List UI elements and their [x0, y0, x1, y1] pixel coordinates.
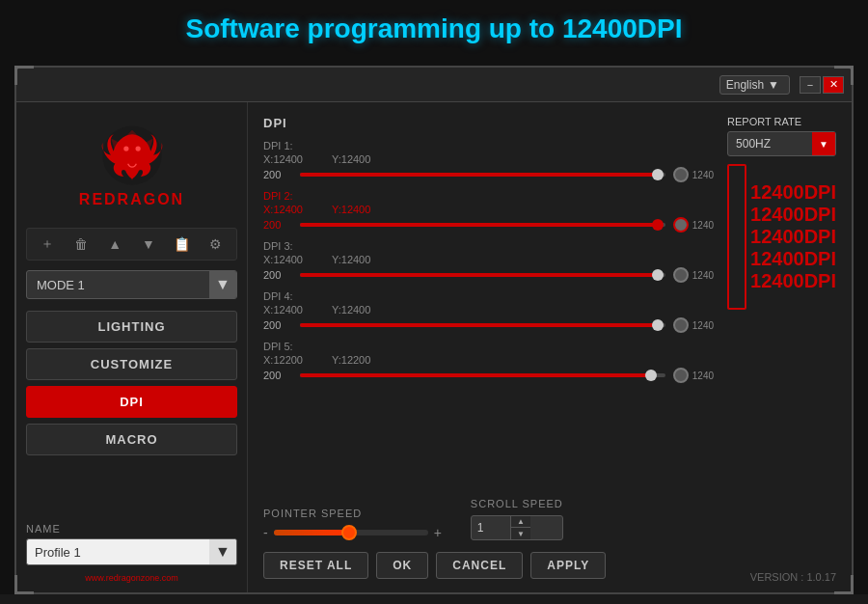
dpi-3-value: 200	[263, 269, 292, 281]
dpi-1-slider-row: 200 1240	[263, 167, 714, 182]
dpi-4-toggle-circle[interactable]	[673, 317, 689, 333]
dpi-2-slider[interactable]	[300, 223, 665, 227]
pointer-speed-slider[interactable]	[274, 530, 428, 535]
apply-button[interactable]: APPLY	[530, 552, 606, 579]
dpi-4-slider[interactable]	[300, 323, 665, 327]
dpi-3-toggle: 1240	[673, 267, 714, 283]
pointer-slider-container: - +	[263, 525, 442, 540]
scroll-speed-arrows: ▲ ▼	[510, 516, 530, 539]
dpi-highlight-box	[727, 164, 746, 310]
dpi-5-y: Y:12200	[332, 354, 370, 366]
dpi-row-3: DPI 3: X:12400 Y:12400 200	[263, 240, 714, 283]
add-profile-icon[interactable]: ＋	[36, 233, 59, 256]
dpi-5-values: X:12200 Y:12200	[263, 354, 714, 366]
dpi-2-toggle-label: 1240	[692, 220, 714, 231]
settings-profile-icon[interactable]: ⚙	[204, 233, 228, 256]
profile-selector[interactable]: Profile 1 ▼	[26, 538, 237, 565]
upload-profile-icon[interactable]: ▲	[103, 233, 126, 256]
dpi-4-value: 200	[263, 319, 292, 331]
sidebar: REDRAGON ＋ 🗑 ▲ ▼ 📋 ⚙ MODE 1 ▼	[16, 102, 248, 592]
customize-button[interactable]: CUSTOMIZE	[26, 348, 237, 380]
logo-text: REDRAGON	[79, 191, 184, 208]
dpi-2-y: Y:12400	[332, 204, 370, 215]
dpi-1-toggle: 1240	[673, 167, 714, 182]
reset-all-button[interactable]: RESET ALL	[263, 552, 368, 579]
logo-icon	[98, 122, 166, 189]
dpi-3-toggle-label: 1240	[692, 270, 714, 281]
download-profile-icon[interactable]: ▼	[137, 233, 160, 256]
dpi-3-values: X:12400 Y:12400	[263, 254, 714, 265]
dpi-row-1: DPI 1: X:12400 Y:12400 200	[263, 140, 714, 182]
dpi-3-x: X:12400	[263, 254, 303, 265]
dpi-2-value: 200	[263, 219, 292, 231]
scroll-speed-value: 1	[472, 518, 510, 537]
website-label: www.redragonzone.com	[26, 573, 237, 583]
dpi-1-x: X:12400	[263, 153, 303, 165]
delete-profile-icon[interactable]: 🗑	[69, 233, 93, 256]
ok-button[interactable]: OK	[376, 552, 428, 579]
scroll-speed-up[interactable]: ▲	[511, 516, 530, 528]
dpi-2-toggle: 1240	[673, 217, 714, 233]
dpi-3-toggle-circle[interactable]	[673, 267, 689, 283]
svg-point-1	[123, 146, 128, 151]
dpi-5-toggle-circle[interactable]	[673, 368, 689, 383]
dpi-button[interactable]: DPI	[26, 386, 237, 418]
scroll-speed-down[interactable]: ▼	[511, 528, 530, 539]
dpi-2-big-label: 12400DPI	[750, 204, 836, 226]
rate-selector[interactable]: 500HZ ▼	[727, 131, 836, 156]
dpi-row-5: DPI 5: X:12200 Y:12200 200	[263, 341, 714, 383]
dpi-2-label: DPI 2:	[263, 190, 714, 202]
dpi-4-big-label: 12400DPI	[750, 248, 836, 270]
scroll-speed-label: SCROLL SPEED	[471, 498, 563, 509]
dpi-3-big-label: 12400DPI	[750, 226, 836, 248]
dpi-highlight-container: 12400DPI 12400DPI 12400DPI 12400DPI 1240…	[718, 164, 836, 310]
report-rate-label: REPORT RATE	[727, 116, 836, 127]
main-content: REDRAGON ＋ 🗑 ▲ ▼ 📋 ⚙ MODE 1 ▼	[16, 102, 852, 592]
dpi-3-y: Y:12400	[332, 254, 370, 265]
dpi-1-slider[interactable]	[300, 173, 665, 177]
dpi-1-big-label: 12400DPI	[750, 181, 836, 204]
lighting-button[interactable]: LIGHTING	[26, 311, 237, 343]
dpi-5-big-label: 12400DPI	[750, 270, 836, 292]
cancel-button[interactable]: CANCEL	[436, 552, 523, 579]
pointer-speed-label: POINTER SPEED	[263, 508, 442, 519]
dpi-4-toggle: 1240	[673, 317, 714, 333]
copy-profile-icon[interactable]: 📋	[171, 233, 194, 256]
speed-section: POINTER SPEED - + SCROLL	[263, 498, 836, 540]
dpi-2-toggle-circle[interactable]	[673, 217, 689, 233]
dpi-4-slider-row: 200 1240	[263, 317, 714, 333]
banner-title: Software programming up to 12400DPI	[186, 14, 683, 44]
mode-selector[interactable]: MODE 1 ▼	[26, 270, 237, 299]
name-section: NAME Profile 1 ▼ www.redragonzone.com	[26, 523, 237, 583]
dpi-right-panel: REPORT RATE 500HZ ▼ 12400DPI 12400DP	[718, 116, 836, 488]
profile-icons-bar: ＋ 🗑 ▲ ▼ 📋 ⚙	[26, 228, 237, 261]
language-value: English	[726, 78, 764, 92]
dpi-3-slider[interactable]	[300, 273, 665, 277]
dpi-4-y: Y:12400	[332, 304, 370, 316]
pointer-speed-plus[interactable]: +	[434, 525, 442, 540]
rate-value: 500HZ	[728, 134, 812, 153]
dpi-1-label: DPI 1:	[263, 140, 714, 151]
logo-area: REDRAGON	[26, 112, 237, 218]
mode-dropdown-icon[interactable]: ▼	[209, 271, 236, 298]
dpi-5-x: X:12200	[263, 354, 303, 366]
app-window: English ▼ − ✕	[14, 66, 854, 594]
dpi-5-toggle-label: 1240	[692, 371, 714, 381]
rate-dropdown-icon[interactable]: ▼	[812, 132, 835, 155]
dpi-4-label: DPI 4:	[263, 290, 714, 302]
dpi-left-panel: DPI DPI 1: X:12400 Y:12400 200	[263, 116, 714, 488]
pointer-speed-minus[interactable]: -	[263, 525, 268, 540]
banner: Software programming up to 12400DPI	[0, 0, 868, 58]
profile-dropdown-icon[interactable]: ▼	[209, 539, 236, 564]
scroll-speed-input[interactable]: 1 ▲ ▼	[471, 515, 563, 540]
dpi-1-y: Y:12400	[332, 153, 370, 165]
dpi-5-toggle: 1240	[673, 368, 714, 383]
dpi-5-slider[interactable]	[300, 373, 665, 377]
language-selector[interactable]: English ▼	[719, 75, 790, 95]
dpi-2-slider-row: 200 1240	[263, 217, 714, 233]
minimize-button[interactable]: −	[800, 76, 821, 94]
scroll-speed-group: SCROLL SPEED 1 ▲ ▼	[471, 498, 563, 540]
dpi-5-value: 200	[263, 370, 292, 381]
dpi-1-toggle-circle[interactable]	[673, 167, 689, 182]
macro-button[interactable]: MACRO	[26, 424, 237, 455]
